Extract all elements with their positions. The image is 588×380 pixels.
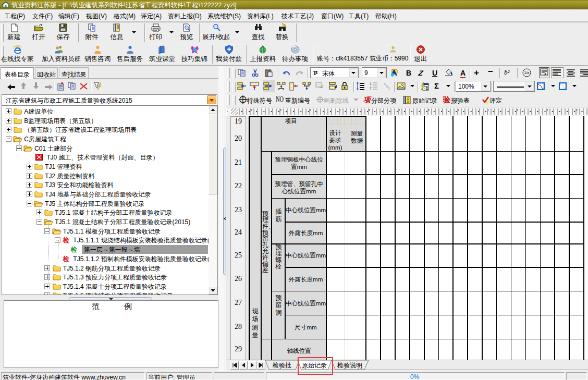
svg-text:1/a: 1/a [524,71,530,75]
svg-text:检验说明: 检验说明 [337,362,362,369]
svg-text:检验批: 检验批 [272,362,291,369]
